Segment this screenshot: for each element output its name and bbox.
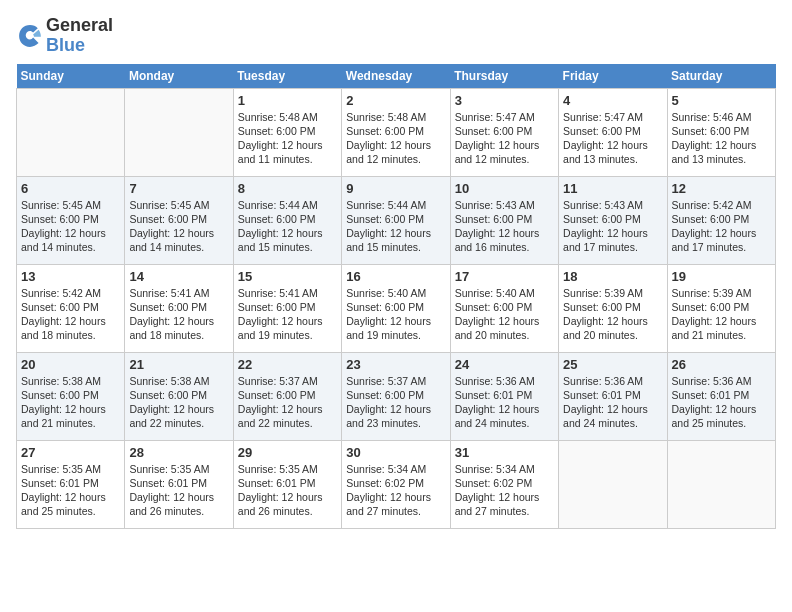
calendar-cell: 23Sunrise: 5:37 AMSunset: 6:00 PMDayligh…	[342, 352, 450, 440]
day-number: 1	[238, 93, 337, 108]
cell-info: Sunrise: 5:44 AMSunset: 6:00 PMDaylight:…	[238, 198, 337, 255]
cell-info: Sunrise: 5:34 AMSunset: 6:02 PMDaylight:…	[346, 462, 445, 519]
cell-info: Sunrise: 5:41 AMSunset: 6:00 PMDaylight:…	[238, 286, 337, 343]
calendar-cell: 17Sunrise: 5:40 AMSunset: 6:00 PMDayligh…	[450, 264, 558, 352]
calendar-cell: 11Sunrise: 5:43 AMSunset: 6:00 PMDayligh…	[559, 176, 667, 264]
day-number: 2	[346, 93, 445, 108]
cell-info: Sunrise: 5:40 AMSunset: 6:00 PMDaylight:…	[346, 286, 445, 343]
cell-info: Sunrise: 5:47 AMSunset: 6:00 PMDaylight:…	[455, 110, 554, 167]
weekday-header: Monday	[125, 64, 233, 89]
day-number: 24	[455, 357, 554, 372]
day-number: 10	[455, 181, 554, 196]
day-number: 17	[455, 269, 554, 284]
calendar-cell	[667, 440, 775, 528]
calendar-cell: 9Sunrise: 5:44 AMSunset: 6:00 PMDaylight…	[342, 176, 450, 264]
weekday-header: Thursday	[450, 64, 558, 89]
cell-info: Sunrise: 5:38 AMSunset: 6:00 PMDaylight:…	[129, 374, 228, 431]
calendar-cell: 7Sunrise: 5:45 AMSunset: 6:00 PMDaylight…	[125, 176, 233, 264]
calendar-cell: 14Sunrise: 5:41 AMSunset: 6:00 PMDayligh…	[125, 264, 233, 352]
cell-info: Sunrise: 5:42 AMSunset: 6:00 PMDaylight:…	[21, 286, 120, 343]
calendar-cell	[125, 88, 233, 176]
cell-info: Sunrise: 5:43 AMSunset: 6:00 PMDaylight:…	[455, 198, 554, 255]
day-number: 27	[21, 445, 120, 460]
calendar-week-row: 1Sunrise: 5:48 AMSunset: 6:00 PMDaylight…	[17, 88, 776, 176]
calendar-cell: 20Sunrise: 5:38 AMSunset: 6:00 PMDayligh…	[17, 352, 125, 440]
day-number: 23	[346, 357, 445, 372]
cell-info: Sunrise: 5:42 AMSunset: 6:00 PMDaylight:…	[672, 198, 771, 255]
cell-info: Sunrise: 5:43 AMSunset: 6:00 PMDaylight:…	[563, 198, 662, 255]
cell-info: Sunrise: 5:40 AMSunset: 6:00 PMDaylight:…	[455, 286, 554, 343]
cell-info: Sunrise: 5:41 AMSunset: 6:00 PMDaylight:…	[129, 286, 228, 343]
day-number: 28	[129, 445, 228, 460]
calendar-week-row: 6Sunrise: 5:45 AMSunset: 6:00 PMDaylight…	[17, 176, 776, 264]
calendar-cell: 22Sunrise: 5:37 AMSunset: 6:00 PMDayligh…	[233, 352, 341, 440]
logo-line2: Blue	[46, 36, 113, 56]
day-number: 25	[563, 357, 662, 372]
day-number: 12	[672, 181, 771, 196]
cell-info: Sunrise: 5:48 AMSunset: 6:00 PMDaylight:…	[346, 110, 445, 167]
calendar-week-row: 27Sunrise: 5:35 AMSunset: 6:01 PMDayligh…	[17, 440, 776, 528]
day-number: 5	[672, 93, 771, 108]
calendar-cell: 25Sunrise: 5:36 AMSunset: 6:01 PMDayligh…	[559, 352, 667, 440]
day-number: 31	[455, 445, 554, 460]
calendar-cell: 24Sunrise: 5:36 AMSunset: 6:01 PMDayligh…	[450, 352, 558, 440]
day-number: 8	[238, 181, 337, 196]
weekday-header: Saturday	[667, 64, 775, 89]
weekday-header: Wednesday	[342, 64, 450, 89]
cell-info: Sunrise: 5:45 AMSunset: 6:00 PMDaylight:…	[129, 198, 228, 255]
cell-info: Sunrise: 5:39 AMSunset: 6:00 PMDaylight:…	[563, 286, 662, 343]
weekday-header: Tuesday	[233, 64, 341, 89]
calendar-cell: 16Sunrise: 5:40 AMSunset: 6:00 PMDayligh…	[342, 264, 450, 352]
day-number: 16	[346, 269, 445, 284]
day-number: 30	[346, 445, 445, 460]
day-number: 4	[563, 93, 662, 108]
calendar-cell: 3Sunrise: 5:47 AMSunset: 6:00 PMDaylight…	[450, 88, 558, 176]
weekday-header-row: SundayMondayTuesdayWednesdayThursdayFrid…	[17, 64, 776, 89]
day-number: 15	[238, 269, 337, 284]
day-number: 20	[21, 357, 120, 372]
weekday-header: Friday	[559, 64, 667, 89]
calendar-cell: 29Sunrise: 5:35 AMSunset: 6:01 PMDayligh…	[233, 440, 341, 528]
calendar-cell: 5Sunrise: 5:46 AMSunset: 6:00 PMDaylight…	[667, 88, 775, 176]
calendar-cell: 13Sunrise: 5:42 AMSunset: 6:00 PMDayligh…	[17, 264, 125, 352]
calendar-cell: 1Sunrise: 5:48 AMSunset: 6:00 PMDaylight…	[233, 88, 341, 176]
cell-info: Sunrise: 5:39 AMSunset: 6:00 PMDaylight:…	[672, 286, 771, 343]
day-number: 7	[129, 181, 228, 196]
day-number: 19	[672, 269, 771, 284]
day-number: 3	[455, 93, 554, 108]
cell-info: Sunrise: 5:36 AMSunset: 6:01 PMDaylight:…	[672, 374, 771, 431]
logo-line1: General	[46, 16, 113, 36]
cell-info: Sunrise: 5:36 AMSunset: 6:01 PMDaylight:…	[455, 374, 554, 431]
day-number: 14	[129, 269, 228, 284]
calendar-table: SundayMondayTuesdayWednesdayThursdayFrid…	[16, 64, 776, 529]
cell-info: Sunrise: 5:37 AMSunset: 6:00 PMDaylight:…	[346, 374, 445, 431]
calendar-week-row: 20Sunrise: 5:38 AMSunset: 6:00 PMDayligh…	[17, 352, 776, 440]
calendar-cell: 2Sunrise: 5:48 AMSunset: 6:00 PMDaylight…	[342, 88, 450, 176]
cell-info: Sunrise: 5:35 AMSunset: 6:01 PMDaylight:…	[21, 462, 120, 519]
calendar-cell: 18Sunrise: 5:39 AMSunset: 6:00 PMDayligh…	[559, 264, 667, 352]
header: General Blue	[16, 16, 776, 56]
calendar-cell	[17, 88, 125, 176]
calendar-cell: 30Sunrise: 5:34 AMSunset: 6:02 PMDayligh…	[342, 440, 450, 528]
cell-info: Sunrise: 5:34 AMSunset: 6:02 PMDaylight:…	[455, 462, 554, 519]
day-number: 29	[238, 445, 337, 460]
calendar-week-row: 13Sunrise: 5:42 AMSunset: 6:00 PMDayligh…	[17, 264, 776, 352]
calendar-cell: 28Sunrise: 5:35 AMSunset: 6:01 PMDayligh…	[125, 440, 233, 528]
day-number: 18	[563, 269, 662, 284]
calendar-cell: 12Sunrise: 5:42 AMSunset: 6:00 PMDayligh…	[667, 176, 775, 264]
cell-info: Sunrise: 5:47 AMSunset: 6:00 PMDaylight:…	[563, 110, 662, 167]
day-number: 9	[346, 181, 445, 196]
calendar-cell	[559, 440, 667, 528]
cell-info: Sunrise: 5:45 AMSunset: 6:00 PMDaylight:…	[21, 198, 120, 255]
cell-info: Sunrise: 5:48 AMSunset: 6:00 PMDaylight:…	[238, 110, 337, 167]
cell-info: Sunrise: 5:44 AMSunset: 6:00 PMDaylight:…	[346, 198, 445, 255]
day-number: 22	[238, 357, 337, 372]
cell-info: Sunrise: 5:36 AMSunset: 6:01 PMDaylight:…	[563, 374, 662, 431]
calendar-cell: 10Sunrise: 5:43 AMSunset: 6:00 PMDayligh…	[450, 176, 558, 264]
day-number: 6	[21, 181, 120, 196]
day-number: 13	[21, 269, 120, 284]
cell-info: Sunrise: 5:37 AMSunset: 6:00 PMDaylight:…	[238, 374, 337, 431]
calendar-cell: 21Sunrise: 5:38 AMSunset: 6:00 PMDayligh…	[125, 352, 233, 440]
cell-info: Sunrise: 5:38 AMSunset: 6:00 PMDaylight:…	[21, 374, 120, 431]
weekday-header: Sunday	[17, 64, 125, 89]
